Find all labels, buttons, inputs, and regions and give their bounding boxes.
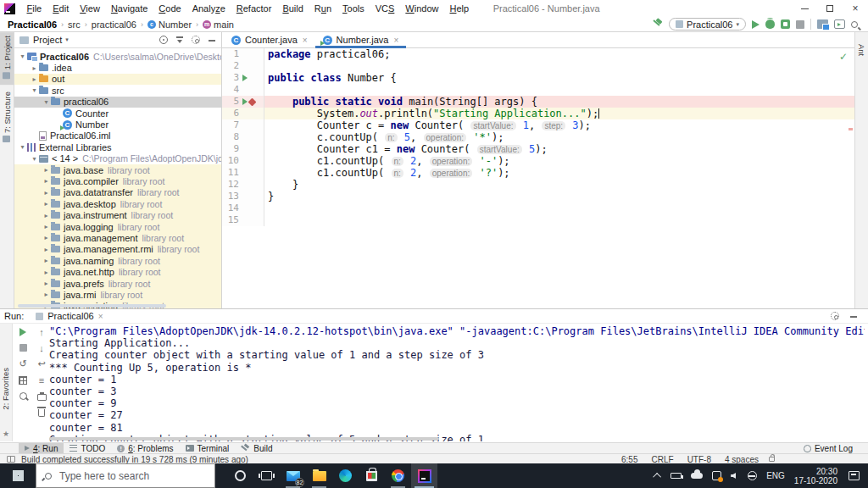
line-ending[interactable]: CRLF	[652, 455, 674, 464]
file-encoding[interactable]: UTF-8	[687, 455, 711, 464]
editor-gutter[interactable]: 15	[222, 214, 264, 226]
tree-row[interactable]: ▸java.desktoplibrary root	[14, 198, 221, 209]
coverage-button[interactable]	[781, 19, 790, 29]
minimize-button[interactable]	[792, 0, 817, 17]
print-icon[interactable]	[37, 394, 47, 401]
caret-position[interactable]: 6:55	[621, 455, 637, 464]
tree-row[interactable]: ▸java.datatransferlibrary root	[14, 187, 221, 198]
code-line[interactable]: 8 c.countUp( n: 5, operation: '*');	[222, 131, 854, 143]
menu-item-code[interactable]: Code	[153, 3, 186, 14]
breadcrumb-item[interactable]: src	[68, 19, 81, 30]
tree-row[interactable]: ▸.idea	[14, 62, 221, 73]
menu-item-window[interactable]: Window	[400, 3, 444, 14]
locate-file-icon[interactable]	[159, 36, 168, 44]
tree-chevron-icon[interactable]: ▾	[42, 98, 51, 106]
onedrive-icon[interactable]	[691, 473, 703, 479]
lock-icon[interactable]	[769, 457, 775, 462]
tree-chevron-icon[interactable]: ▸	[42, 212, 51, 219]
run-button[interactable]	[752, 20, 760, 29]
menu-item-build[interactable]: Build	[277, 3, 309, 14]
editor-gutter[interactable]: 9	[222, 143, 264, 155]
editor-gutter[interactable]: 3	[222, 72, 264, 84]
project-panel-title[interactable]: Project	[33, 35, 62, 45]
run-configuration-select[interactable]: Practical06 ▾	[669, 18, 746, 30]
editor-gutter[interactable]: 1	[222, 48, 264, 60]
close-icon[interactable]: ×	[98, 312, 103, 321]
console-output[interactable]: "C:\Program Files\AdoptOpenJDK\jdk-14.0.…	[49, 325, 865, 441]
editor-gutter[interactable]: 14	[222, 202, 264, 214]
editor-gutter[interactable]: 7	[222, 119, 264, 131]
tree-row[interactable]: ▸java.naminglibrary root	[14, 255, 221, 266]
taskbar-app-idea[interactable]	[411, 463, 437, 488]
editor-gutter[interactable]: 11	[222, 167, 264, 179]
taskbar-app-mail[interactable]: 82	[280, 463, 306, 488]
stop-button[interactable]	[796, 20, 804, 29]
menu-item-help[interactable]: Help	[444, 3, 475, 14]
code-line[interactable]: 3public class Number {	[222, 72, 854, 84]
pin-icon[interactable]	[19, 392, 27, 400]
code-line[interactable]: 10 c1.countUp( n: 2, operation: '-');	[222, 155, 854, 167]
clear-all-icon[interactable]	[38, 409, 45, 417]
hide-panel-icon[interactable]	[849, 312, 858, 320]
editor-gutter[interactable]: 10	[222, 155, 264, 167]
tree-chevron-icon[interactable]: ▸	[42, 189, 51, 197]
tree-chevron-icon[interactable]: ▸	[42, 234, 51, 241]
restart-icon[interactable]: ↺	[18, 358, 29, 369]
breadcrumb-item[interactable]: practical06	[92, 19, 136, 30]
start-button[interactable]	[0, 463, 36, 488]
debug-button[interactable]	[765, 19, 775, 29]
tree-row[interactable]: ▸java.instrumentlibrary root	[14, 209, 221, 220]
tree-row[interactable]: ▸java.management.rmilibrary root	[14, 244, 221, 255]
tool-strip-1-project[interactable]: 1: Project	[0, 32, 14, 85]
tree-row[interactable]: ▾src	[14, 85, 221, 96]
chevron-down-icon[interactable]: ▾	[65, 36, 69, 43]
menu-item-file[interactable]: File	[21, 3, 47, 14]
taskbar-search[interactable]: Type here to search	[36, 463, 215, 488]
layout-icon[interactable]	[19, 376, 27, 385]
up-stack-icon[interactable]: ↑	[36, 326, 47, 337]
tool-window-toggle-icon[interactable]	[7, 456, 15, 463]
menu-item-refactor[interactable]: Refactor	[231, 3, 277, 14]
tree-row[interactable]: ▸java.prefslibrary root	[14, 278, 221, 289]
code-line[interactable]: 2	[222, 60, 854, 72]
tree-chevron-icon[interactable]: ▸	[30, 75, 39, 83]
tree-chevron-icon[interactable]: ▾	[30, 155, 39, 163]
inspections-ok-icon[interactable]: ✓	[839, 51, 848, 63]
tool-strip-7-structure[interactable]: 7: Structure	[0, 88, 14, 148]
tool-window-button-build[interactable]: Build	[235, 443, 278, 453]
tree-row[interactable]: ▾practical06	[14, 97, 221, 108]
tree-chevron-icon[interactable]: ▾	[30, 86, 39, 94]
code-line[interactable]: 12 }	[222, 179, 854, 191]
scroll-to-end-icon[interactable]: ≡	[36, 374, 47, 385]
tree-chevron-icon[interactable]: ▸	[42, 269, 51, 276]
tree-row[interactable]: Practical06.iml	[14, 130, 221, 141]
editor-gutter[interactable]: 6	[222, 108, 264, 119]
menu-item-run[interactable]: Run	[309, 3, 337, 14]
tool-window-button-4-run[interactable]: 4: Run	[19, 443, 64, 453]
menu-item-vcs[interactable]: VCS	[370, 3, 400, 14]
tree-row[interactable]: CNumber	[14, 119, 221, 130]
tree-chevron-icon[interactable]: ▸	[42, 166, 51, 174]
event-log-button[interactable]: Event Log	[804, 444, 860, 453]
code-line[interactable]: 1package practical06;	[222, 48, 854, 60]
breadcrumb-item[interactable]: mmain	[203, 19, 234, 30]
tool-window-button-todo[interactable]: TODO	[64, 443, 111, 453]
battery-icon[interactable]	[670, 473, 682, 479]
tree-chevron-icon[interactable]: ▸	[42, 223, 51, 230]
editor-tab-counter-java[interactable]: CCounter.java×	[224, 32, 315, 47]
error-stripe-mark[interactable]	[849, 128, 853, 130]
editor-gutter[interactable]: 12	[222, 179, 264, 191]
breakpoint-icon[interactable]	[248, 97, 257, 106]
tool-strip-favorites[interactable]: 2: Favorites	[1, 368, 10, 410]
tree-chevron-icon[interactable]: ▸	[42, 257, 51, 264]
taskbar-app-store[interactable]	[359, 463, 385, 488]
taskbar-app-edge[interactable]	[332, 463, 359, 488]
code-line[interactable]: 9 Counter c1 = new Counter( startValue: …	[222, 143, 854, 155]
network-icon[interactable]	[748, 471, 757, 480]
close-icon[interactable]: ×	[303, 36, 308, 45]
tool-window-button-6-problems[interactable]: !6: Problems	[111, 443, 179, 453]
editor-gutter[interactable]: 8	[222, 131, 264, 143]
tree-row[interactable]: ▾Practical06C:\Users\salma\OneDrive\Desk…	[14, 51, 221, 62]
editor-tab-number-java[interactable]: CNumber.java×	[315, 32, 407, 47]
run-tab[interactable]: Practical06 ×	[31, 309, 108, 323]
